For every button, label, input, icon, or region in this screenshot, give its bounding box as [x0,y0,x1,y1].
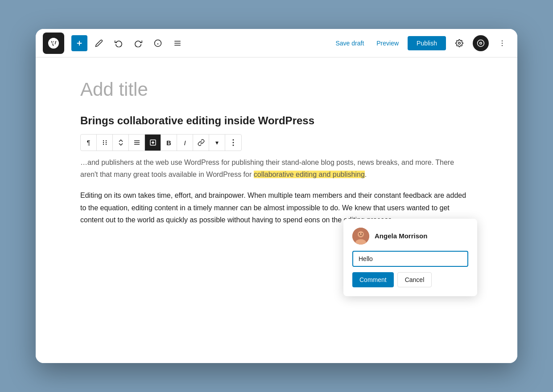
list-view-icon [173,39,182,47]
gear-icon [455,39,463,47]
more-vertical-icon [498,39,506,47]
align-button[interactable] [129,135,145,151]
svg-point-15 [502,45,503,46]
svg-point-13 [502,40,503,41]
svg-point-11 [478,40,484,46]
more-text-options-button[interactable]: ▾ [209,135,225,151]
list-view-button[interactable] [169,35,186,51]
svg-point-18 [103,142,103,143]
svg-point-17 [105,140,106,141]
add-inline-button[interactable] [145,135,161,151]
settings-button[interactable] [451,35,467,51]
browser-window: W [36,29,517,363]
plus-icon [75,39,83,47]
highlighted-text: collaborative editing and publishing [254,171,365,178]
target-icon [477,39,485,47]
link-button[interactable] [193,135,209,151]
comments-button[interactable] [473,35,489,51]
undo-button[interactable] [111,35,127,51]
bold-button[interactable]: B [161,135,177,151]
commenter-name: Angela Morrison [375,230,427,242]
grid-drag-icon [101,139,108,146]
save-draft-button[interactable]: Save draft [332,37,367,49]
avatar [352,228,369,245]
comment-input[interactable] [352,251,468,267]
editor-area: Add title Brings collaborative editing i… [36,57,517,363]
chevron-down-icon: ▾ [215,139,219,146]
comment-cancel-button[interactable]: Cancel [397,272,432,287]
paragraph-type-button[interactable]: ¶ [81,135,97,151]
svg-point-14 [502,42,503,43]
align-icon [133,139,140,146]
comment-actions: Comment Cancel [352,272,468,287]
bold-icon: B [166,139,171,147]
post-title-placeholder[interactable]: Add title [80,79,473,100]
comment-header: Angela Morrison [352,228,468,245]
editor-toolbar: W [36,29,517,57]
comment-submit-button[interactable]: Comment [352,272,394,287]
vertical-dots-icon [232,139,234,146]
more-options-button[interactable] [494,35,510,51]
comment-popup: Angela Morrison Comment Cancel [343,219,477,296]
svg-point-20 [103,144,103,145]
paragraph-icon: ¶ [87,139,91,146]
svg-point-28 [233,139,234,141]
svg-text:W: W [50,40,55,46]
move-arrows-icon [117,139,124,146]
wordpress-icon: W [47,37,60,49]
svg-point-21 [105,144,106,145]
add-inline-icon [149,139,157,146]
avatar-image [352,228,369,245]
svg-point-19 [105,142,106,143]
preview-button[interactable]: Preview [373,37,402,49]
toolbar-right: Save draft Preview Publish [332,35,510,51]
svg-point-35 [362,233,363,234]
italic-icon: I [184,139,186,147]
content-paragraph-1[interactable]: …and publishers at the web use WordPress… [80,156,473,180]
redo-icon [134,39,142,47]
info-icon [154,39,162,47]
svg-point-29 [233,142,234,143]
post-heading[interactable]: Brings collaborative editing inside Word… [80,114,473,127]
svg-point-30 [233,145,234,146]
svg-point-16 [103,140,103,141]
block-toolbar: ¶ [80,134,242,151]
svg-point-10 [458,42,461,44]
move-up-down-button[interactable] [113,135,129,151]
block-more-button[interactable] [225,135,241,151]
tools-button[interactable] [91,35,107,51]
redo-button[interactable] [130,35,146,51]
wp-logo[interactable]: W [43,33,64,54]
drag-handle-button[interactable] [97,135,113,151]
italic-button[interactable]: I [177,135,193,151]
link-icon [198,139,205,146]
undo-icon [115,39,123,47]
svg-point-12 [480,42,482,44]
pencil-icon [95,39,103,47]
svg-point-34 [359,233,360,234]
highlighted-suffix: . [365,171,367,178]
add-block-button[interactable] [71,35,87,51]
publish-button[interactable]: Publish [408,36,446,50]
svg-point-32 [358,231,364,237]
post-content: …and publishers at the web use WordPress… [80,156,473,226]
info-button[interactable] [150,35,166,51]
